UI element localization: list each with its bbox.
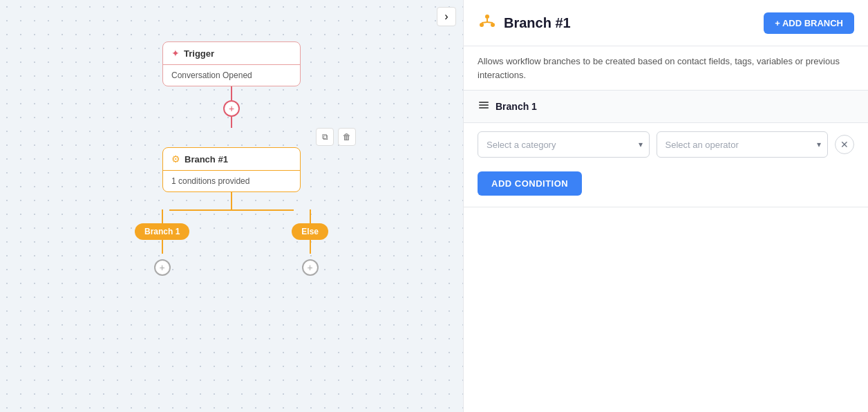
close-icon: ✕ — [840, 139, 849, 150]
add-node-else[interactable]: + — [302, 259, 319, 276]
branch-section-header: Branch 1 — [464, 91, 868, 123]
collapse-button[interactable]: › — [437, 7, 456, 26]
connector-line-1 — [231, 86, 232, 100]
branch-connector-down — [231, 192, 232, 209]
panel-body: Branch 1 Select a category ▾ Select an o… — [464, 91, 868, 412]
panel-branch-icon — [478, 11, 497, 35]
condition-row: Select a category ▾ Select an operator ▾… — [464, 123, 868, 166]
branch-outputs-container: Branch 1 + Else + — [135, 209, 328, 276]
branch-header: ⚙ Branch #1 — [163, 148, 300, 171]
branch-node-body: 1 conditions provided — [163, 171, 300, 191]
svg-point-1 — [480, 23, 484, 27]
panel-title-group: Branch #1 — [478, 11, 571, 35]
trigger-node: ✦ Trigger Conversation Opened — [162, 41, 301, 86]
svg-point-0 — [485, 15, 489, 19]
canvas-area: › ✦ Trigger Conversation Opened + ⧉ 🗑 — [0, 0, 463, 412]
panel-description: Allows workflow branches to be created b… — [464, 46, 868, 91]
else-label: Else — [292, 223, 328, 240]
trigger-header: ✦ Trigger — [163, 42, 300, 65]
svg-point-2 — [491, 23, 495, 27]
branch-node-icon: ⚙ — [171, 153, 180, 165]
branch-1-connector-bot — [162, 240, 163, 254]
copy-button[interactable]: ⧉ — [316, 128, 334, 146]
svg-rect-8 — [479, 107, 489, 109]
operator-select[interactable]: Select an operator — [657, 131, 829, 158]
branch-node-title: Branch #1 — [185, 154, 228, 165]
branch-section-1: Branch 1 Select a category ▾ Select an o… — [464, 91, 868, 207]
else-connector-bot — [310, 240, 311, 254]
copy-icon: ⧉ — [322, 132, 328, 142]
workflow-container: ✦ Trigger Conversation Opened + ⧉ 🗑 ⚙ Br… — [135, 41, 328, 276]
delete-button[interactable]: 🗑 — [338, 128, 356, 146]
add-node-button-1[interactable]: + — [223, 100, 240, 117]
chevron-right-icon: › — [444, 10, 448, 23]
svg-line-4 — [482, 22, 487, 23]
trigger-icon: ✦ — [171, 48, 180, 59]
branch-outputs: Branch 1 + Else + — [135, 209, 328, 276]
panel-header: Branch #1 + ADD BRANCH — [464, 0, 868, 46]
node-actions: ⧉ 🗑 — [316, 128, 356, 146]
add-condition-button[interactable]: ADD CONDITION — [478, 171, 582, 196]
add-node-branch1[interactable]: + — [154, 259, 171, 276]
svg-rect-6 — [479, 102, 489, 103]
branch-output-1: Branch 1 + — [135, 209, 189, 276]
branch-output-else: Else + — [292, 209, 328, 276]
else-connector — [310, 209, 311, 223]
add-branch-button[interactable]: + ADD BRANCH — [764, 12, 854, 34]
trigger-title: Trigger — [184, 48, 214, 59]
branch-horizontal-line — [169, 209, 294, 211]
branch-1-label: Branch 1 — [135, 223, 189, 240]
remove-condition-button[interactable]: ✕ — [835, 135, 854, 154]
trigger-body: Conversation Opened — [163, 65, 300, 86]
connector-line-2 — [231, 117, 232, 128]
category-select[interactable]: Select a category — [478, 131, 650, 158]
operator-select-wrapper: Select an operator ▾ — [657, 131, 829, 158]
branch-node: ⚙ Branch #1 1 conditions provided — [162, 147, 301, 192]
delete-icon: 🗑 — [343, 132, 351, 142]
right-panel: Branch #1 + ADD BRANCH Allows workflow b… — [463, 0, 868, 412]
list-icon — [478, 99, 490, 114]
branch-section-title: Branch 1 — [496, 101, 537, 112]
category-select-wrapper: Select a category ▾ — [478, 131, 650, 158]
branch-1-connector — [162, 209, 163, 223]
svg-line-5 — [487, 22, 493, 23]
svg-rect-7 — [479, 104, 489, 106]
panel-title: Branch #1 — [504, 15, 571, 31]
